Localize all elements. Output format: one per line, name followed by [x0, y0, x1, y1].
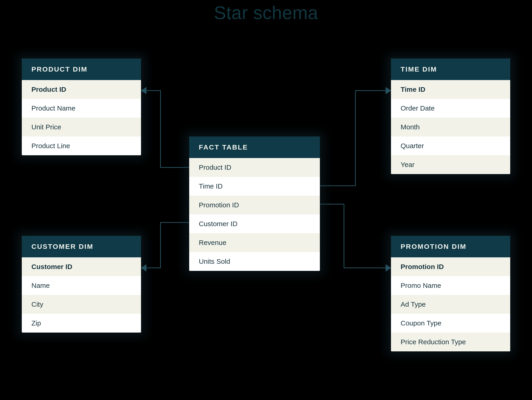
table-header: FACT TABLE: [189, 136, 320, 158]
field-product-name: Product Name: [22, 99, 141, 118]
field-time-id: Time ID: [189, 177, 320, 196]
table-header: PRODUCT DIM: [22, 58, 141, 80]
field-customer-id: Customer ID: [189, 215, 320, 233]
field-promotion-id: Promotion ID: [391, 257, 510, 276]
svg-marker-1: [386, 87, 391, 94]
field-product-id: Product ID: [189, 158, 320, 177]
table-product-dim: PRODUCT DIM Product ID Product Name Unit…: [22, 58, 141, 155]
diagram-canvas: Star schema PRODUCT DIM Product ID Produ…: [0, 0, 532, 400]
field-price-reduction-type: Price Reduction Type: [391, 333, 510, 351]
svg-marker-0: [141, 87, 146, 94]
field-product-line: Product Line: [22, 136, 141, 155]
field-customer-id: Customer ID: [22, 257, 141, 276]
field-order-date: Order Date: [391, 99, 510, 118]
field-product-id: Product ID: [22, 80, 141, 99]
field-unit-price: Unit Price: [22, 118, 141, 136]
field-promo-name: Promo Name: [391, 276, 510, 295]
table-header: CUSTOMER DIM: [22, 236, 141, 257]
field-time-id: Time ID: [391, 80, 510, 99]
table-promotion-dim: PROMOTION DIM Promotion ID Promo Name Ad…: [391, 236, 510, 351]
field-name: Name: [22, 276, 141, 295]
table-time-dim: TIME DIM Time ID Order Date Month Quarte…: [391, 58, 510, 174]
table-header: TIME DIM: [391, 58, 510, 80]
field-revenue: Revenue: [189, 233, 320, 252]
field-city: City: [22, 295, 141, 314]
field-quarter: Quarter: [391, 136, 510, 155]
svg-marker-2: [141, 264, 146, 271]
diagram-title: Star schema: [0, 2, 532, 23]
table-fact: FACT TABLE Product ID Time ID Promotion …: [189, 136, 320, 271]
svg-marker-3: [386, 264, 391, 271]
field-ad-type: Ad Type: [391, 295, 510, 314]
field-zip: Zip: [22, 314, 141, 333]
field-year: Year: [391, 155, 510, 174]
field-month: Month: [391, 118, 510, 136]
field-promotion-id: Promotion ID: [189, 196, 320, 215]
field-coupon-type: Coupon Type: [391, 314, 510, 333]
table-customer-dim: CUSTOMER DIM Customer ID Name City Zip: [22, 236, 141, 333]
table-header: PROMOTION DIM: [391, 236, 510, 257]
field-units-sold: Units Sold: [189, 252, 320, 271]
